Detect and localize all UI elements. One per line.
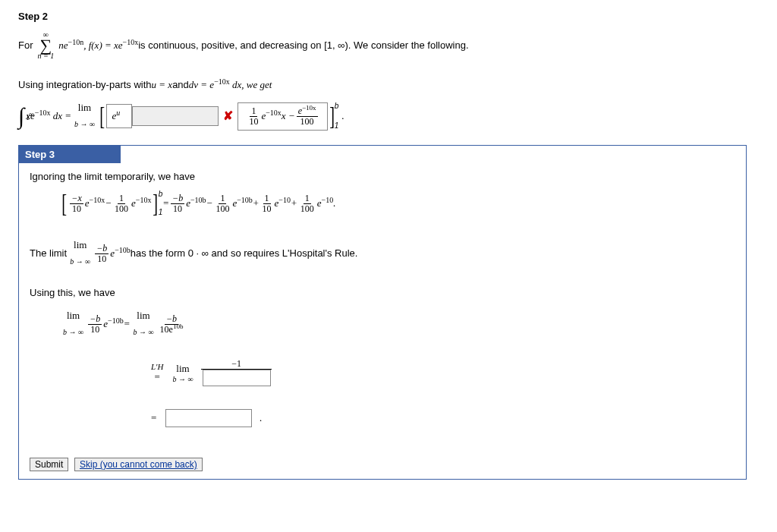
t: Using integration-by-parts with — [18, 77, 152, 93]
t: b → ∞ — [133, 324, 153, 341]
t: 10e — [160, 324, 173, 335]
t: −10b — [237, 196, 253, 204]
step2-line1: For ∞ ∑ n = 1 ne−10n, f(x) = xe−10x is c… — [18, 30, 777, 61]
step3-final-row: = . — [151, 409, 735, 427]
frac: 1 10 — [247, 106, 260, 127]
t: u = x — [152, 77, 173, 93]
right-bracket: ] — [329, 105, 335, 127]
t: −10x — [90, 196, 105, 204]
t: −10x — [123, 38, 139, 46]
step3-eq1: [ −x10 e−10x − 1100 e−10x ] b1 = −b10 e−… — [60, 190, 735, 217]
step3-lhosp-row: L'H = limb → ∞ −1 — [151, 359, 735, 386]
t: 1 — [219, 194, 226, 204]
t: −b — [88, 314, 102, 325]
t: has the form 0 · ∞ and so requires L'Hos… — [131, 245, 358, 262]
t: dv = e — [189, 79, 214, 90]
step3-line2: The limit limb → ∞ −b10 e−10b has the fo… — [30, 237, 735, 270]
t: The limit — [30, 245, 67, 262]
text: For — [18, 37, 33, 54]
t: −10 — [278, 196, 291, 204]
t: 1 — [304, 194, 311, 204]
t: lim — [67, 307, 80, 324]
step3-line3: Using this, we have — [30, 287, 735, 298]
t: 1 — [118, 194, 125, 204]
t: 1 — [250, 106, 257, 117]
left-bracket: [ — [99, 105, 105, 127]
step2-integral-line: ∞ ∫ 1 xe−10x dx = lim b → ∞ [ eu ✘ — [18, 99, 777, 133]
step3-actions: Submit Skip (you cannot come back) — [30, 458, 735, 471]
wrong-icon: ✘ — [223, 108, 233, 124]
submit-button[interactable]: Submit — [30, 458, 68, 471]
t: and — [172, 77, 189, 93]
t: x − — [282, 110, 295, 121]
t: −10 — [322, 196, 334, 204]
t: b → ∞ — [63, 324, 83, 341]
integral-sign: ∞ ∫ 1 — [18, 105, 24, 127]
step3-eq4: limb → ∞ −b10 e−10b = limb → ∞ −b 10e10b — [60, 307, 735, 341]
t: lim — [176, 363, 189, 375]
t: 1 — [335, 121, 339, 131]
t: −10b — [108, 316, 124, 325]
t: 100 — [299, 117, 316, 127]
t: ne — [58, 39, 68, 51]
t: −10b — [115, 246, 131, 254]
answer-input-1-display — [132, 106, 219, 126]
dv: dv = e−10x dx, we get — [189, 77, 272, 93]
t: + — [291, 195, 297, 212]
t: = — [124, 316, 131, 332]
lh-label: L'H — [151, 362, 163, 371]
t: 10 — [261, 204, 273, 214]
t: 10 — [247, 117, 260, 127]
t: = — [162, 195, 169, 212]
t: −10n — [68, 38, 84, 46]
t: 10 — [171, 204, 184, 214]
answer-input-denominator[interactable] — [203, 370, 271, 386]
t: b → ∞ — [172, 375, 193, 383]
t: 10b — [173, 323, 184, 330]
t: −10b — [190, 196, 206, 204]
t: 100 — [113, 204, 130, 214]
bracket-bounds: b 1 — [335, 102, 339, 131]
t: −b — [95, 244, 109, 254]
sigma: ∞ ∑ n = 1 — [38, 30, 55, 61]
t: −10x — [266, 109, 282, 117]
step2-title: Step 2 — [18, 11, 777, 22]
t: . — [341, 108, 344, 124]
t: u — [116, 109, 120, 117]
t: 10 — [96, 254, 108, 264]
t: 1 — [263, 194, 271, 204]
sigma-glyph: ∑ — [40, 40, 52, 51]
t: = — [151, 412, 156, 424]
step3-title: Step 3 — [19, 146, 121, 163]
answer-input-1[interactable]: eu — [106, 104, 132, 128]
t: −10x — [35, 109, 51, 117]
integral: ∞ ∫ 1 xe−10x dx = — [18, 105, 71, 127]
sigma-bot: n = 1 — [38, 51, 55, 61]
right-bracket: ] — [153, 192, 159, 215]
t: 100 — [299, 204, 316, 214]
t: + — [253, 195, 260, 212]
t: 1 — [26, 106, 30, 129]
skip-button[interactable]: Skip (you cannot come back) — [74, 458, 203, 471]
correct-box: 1 10 e−10xx − e−10x 100 — [238, 102, 327, 131]
series-term: ne−10n, f(x) = xe−10x — [58, 37, 138, 54]
t: b → ∞ — [70, 253, 90, 270]
t: 10 — [71, 204, 83, 214]
t: lim — [74, 237, 87, 253]
t: −10x — [136, 196, 152, 204]
t: b → ∞ — [74, 116, 95, 133]
t: dx = — [50, 110, 71, 121]
t: ∞ — [29, 103, 34, 126]
t: lim — [137, 307, 149, 324]
text: is continuous, positive, and decreasing … — [138, 37, 468, 54]
lim: lim b → ∞ — [74, 99, 95, 133]
answer-input-final[interactable] — [165, 409, 252, 427]
t: . — [260, 412, 262, 424]
step2-line2: Using integration-by-parts with u = x an… — [18, 77, 777, 93]
frac: e−10x 100 — [297, 106, 318, 127]
step3-line1: Ignoring the limit temporarily, we have — [30, 171, 735, 182]
t: −x — [70, 194, 83, 204]
t: −1 — [201, 359, 272, 370]
t: −10x — [214, 77, 230, 86]
t: , f(x) = xe — [83, 39, 122, 51]
